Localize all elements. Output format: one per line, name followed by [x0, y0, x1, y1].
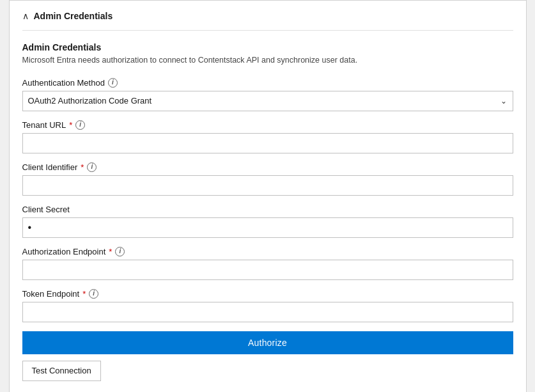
admin-credentials-card: ∧ Admin Credentials Admin Credentials Mi…	[9, 0, 527, 392]
tenant-url-info-icon[interactable]: i	[75, 120, 85, 130]
auth-method-info-icon[interactable]: i	[108, 78, 118, 88]
client-identifier-label: Client Identifier * i	[22, 162, 513, 172]
client-identifier-group: Client Identifier * i	[22, 162, 513, 196]
client-identifier-input[interactable]	[22, 175, 513, 196]
card-header-title: Admin Credentials	[34, 11, 113, 21]
client-secret-group: Client Secret	[22, 205, 513, 238]
authorize-button[interactable]: Authorize	[22, 331, 513, 354]
card-header: ∧ Admin Credentials	[22, 11, 513, 31]
auth-method-label: Authentication Method i	[22, 78, 513, 88]
section-description: Microsoft Entra needs authorization to c…	[22, 55, 513, 67]
tenant-url-label: Tenant URL * i	[22, 120, 513, 130]
auth-method-select[interactable]: OAuth2 Authorization Code Grant	[22, 91, 513, 111]
tenant-url-required: *	[69, 120, 72, 130]
token-endpoint-info-icon[interactable]: i	[89, 289, 98, 299]
auth-method-select-wrapper: OAuth2 Authorization Code Grant ⌄	[22, 91, 513, 111]
section-title: Admin Credentials	[22, 42, 513, 52]
client-identifier-info-icon[interactable]: i	[87, 162, 97, 172]
client-secret-input[interactable]	[22, 217, 513, 238]
authorization-endpoint-group: Authorization Endpoint * i	[22, 247, 513, 280]
auth-method-group: Authentication Method i OAuth2 Authoriza…	[22, 78, 513, 111]
token-endpoint-group: Token Endpoint * i	[22, 289, 513, 322]
client-identifier-required: *	[81, 162, 84, 172]
token-endpoint-input[interactable]	[22, 302, 513, 322]
authorization-endpoint-info-icon[interactable]: i	[115, 247, 125, 256]
token-endpoint-required: *	[82, 289, 86, 299]
authorization-endpoint-input[interactable]	[22, 260, 513, 280]
client-secret-label: Client Secret	[22, 205, 513, 214]
test-connection-button[interactable]: Test Connection	[22, 361, 101, 381]
tenant-url-group: Tenant URL * i	[22, 120, 513, 153]
token-endpoint-label: Token Endpoint * i	[22, 289, 513, 299]
tenant-url-input[interactable]	[22, 133, 513, 153]
collapse-icon[interactable]: ∧	[22, 11, 29, 21]
authorization-endpoint-label: Authorization Endpoint * i	[22, 247, 513, 256]
authorization-endpoint-required: *	[109, 247, 112, 256]
